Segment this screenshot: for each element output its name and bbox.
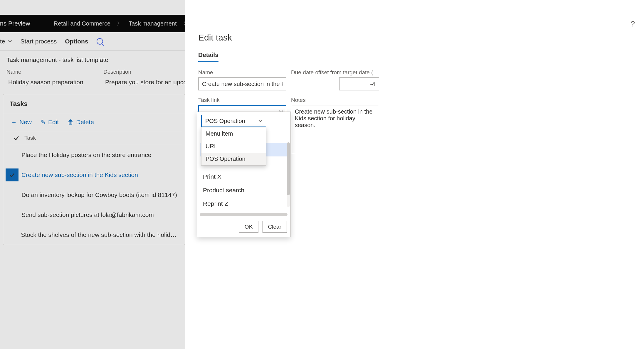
brand-partial: ns Preview <box>0 20 30 27</box>
delete-button[interactable]: 🗑 Delete <box>68 119 94 126</box>
table-row[interactable]: Send sub-section pictures at lola@fabrik… <box>3 205 185 225</box>
field-name: Name <box>198 69 286 90</box>
field-description: Description Prepare you store for an upc… <box>103 69 199 89</box>
row-select-icon[interactable] <box>6 168 19 181</box>
field-label: Description <box>103 69 199 75</box>
edit-button[interactable]: ✎ Edit <box>41 119 59 126</box>
field-label: Task link <box>198 97 286 103</box>
vertical-scrollbar[interactable] <box>287 142 290 207</box>
description-input[interactable]: Prepare you store for an upcom… <box>103 77 199 89</box>
task-text: Place the Holiday posters on the store e… <box>20 151 151 159</box>
row-select-icon[interactable] <box>6 149 19 161</box>
field-label: Name <box>198 69 286 76</box>
scrollbar-thumb[interactable] <box>200 213 287 216</box>
chevron-down-icon <box>258 119 263 123</box>
row-select-icon[interactable] <box>6 208 19 221</box>
lookup-actions: OK Clear <box>197 218 290 237</box>
table-row[interactable]: Do an inventory lookup for Cowboy boots … <box>3 185 185 205</box>
due-offset-input[interactable] <box>339 77 379 90</box>
button-label: Edit <box>48 119 59 126</box>
actionbar-item[interactable]: te <box>0 38 12 45</box>
checkmark-icon <box>13 135 20 141</box>
row-select-icon[interactable] <box>6 228 18 241</box>
actionbar-item-label: Start process <box>21 38 57 45</box>
sort-asc-icon[interactable]: ↑ <box>278 132 280 139</box>
field-notes: Notes <box>291 97 379 154</box>
plus-icon: ＋ <box>11 118 17 126</box>
breadcrumb-item[interactable]: Task management <box>129 20 176 27</box>
ok-button[interactable]: OK <box>239 221 258 233</box>
button-label: Delete <box>76 119 94 126</box>
button-label: New <box>19 119 32 126</box>
tasks-card: Tasks ＋ New ✎ Edit 🗑 Delete Task Place t… <box>3 94 185 245</box>
field-due-offset: Due date offset from target date (+/- … <box>291 69 379 90</box>
pencil-icon: ✎ <box>41 119 46 126</box>
options-button[interactable]: Options <box>65 38 88 45</box>
field-name: Name Holiday season preparation <box>6 69 92 89</box>
task-text: Stock the shelves of the new sub-section… <box>20 231 177 238</box>
row-select-icon[interactable] <box>6 188 19 201</box>
tasks-toolbar: ＋ New ✎ Edit 🗑 Delete <box>3 113 185 131</box>
tasks-column-header[interactable]: Task <box>6 131 182 145</box>
horizontal-scrollbar[interactable] <box>200 213 287 216</box>
task-text: Send sub-section pictures at lola@fabrik… <box>20 211 154 218</box>
help-button[interactable]: ? <box>628 19 638 28</box>
dropdown-item[interactable]: POS Operation <box>201 153 266 165</box>
column-label: Task <box>24 135 36 141</box>
lookup-option[interactable]: Reprint Z <box>200 197 287 210</box>
name-input[interactable]: Holiday season preparation <box>6 77 92 89</box>
panel-tabs: Details <box>198 51 631 62</box>
table-row[interactable]: Create new sub-section in the Kids secti… <box>3 165 185 185</box>
actionbar-item-label: te <box>0 38 5 45</box>
new-button[interactable]: ＋ New <box>11 118 32 126</box>
notes-textarea[interactable] <box>291 105 379 153</box>
tasks-title: Tasks <box>3 94 185 113</box>
table-row[interactable]: Place the Holiday posters on the store e… <box>3 145 185 165</box>
chevron-down-icon <box>8 39 12 44</box>
select-value: POS Operation <box>205 118 245 124</box>
field-label: Notes <box>291 97 379 103</box>
lookup-option[interactable]: Print X <box>200 170 287 183</box>
search-button[interactable] <box>97 38 103 45</box>
task-text: Create new sub-section in the Kids secti… <box>20 171 138 178</box>
page-title: Task management - task list template <box>6 56 179 63</box>
lookup-option[interactable]: Product search <box>200 183 287 197</box>
clear-button[interactable]: Clear <box>263 221 287 233</box>
breadcrumb-item[interactable]: Retail and Commerce <box>54 20 110 27</box>
field-label: Due date offset from target date (+/- … <box>291 69 379 76</box>
name-input[interactable] <box>198 77 286 90</box>
dropdown-item[interactable]: URL <box>201 140 266 153</box>
scrollbar-thumb[interactable] <box>287 142 290 195</box>
lookup-type-dropdown: Menu itemURLPOS Operation <box>201 127 266 166</box>
actionbar-item-label: Options <box>65 38 88 45</box>
action-bar: te Start process Options <box>0 32 185 50</box>
chevron-right-icon: 〉 <box>117 20 122 27</box>
task-link-lookup: POS Operation Menu itemURLPOS Operation … <box>197 112 291 237</box>
tab-details[interactable]: Details <box>198 51 218 62</box>
page-header: Task management - task list template Nam… <box>0 50 185 92</box>
panel-title: Edit task <box>198 33 631 43</box>
lookup-type-select[interactable]: POS Operation <box>201 115 266 127</box>
field-label: Name <box>6 69 92 75</box>
search-icon <box>97 38 103 45</box>
trash-icon: 🗑 <box>68 119 74 126</box>
task-text: Do an inventory lookup for Cowboy boots … <box>20 191 177 198</box>
start-process-button[interactable]: Start process <box>21 38 57 45</box>
table-row[interactable]: Stock the shelves of the new sub-section… <box>3 225 185 245</box>
dropdown-item[interactable]: Menu item <box>201 127 266 140</box>
